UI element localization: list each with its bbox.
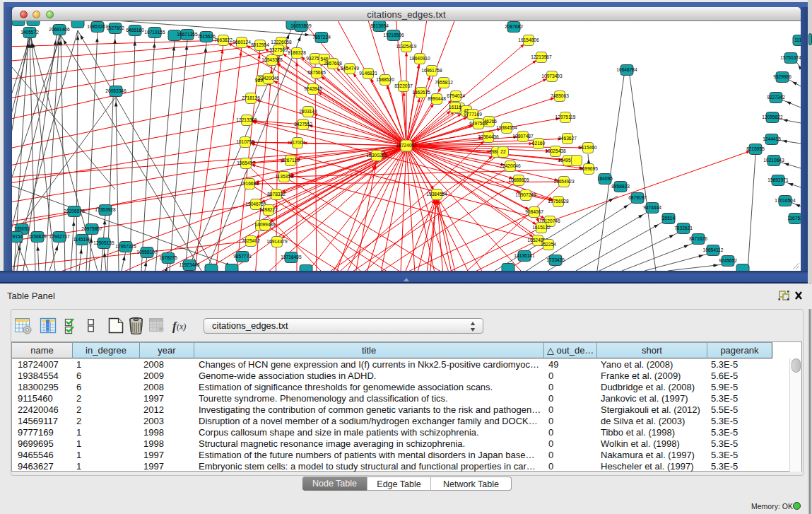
- svg-text:17957225: 17957225: [115, 244, 136, 249]
- svg-text:(x): (x): [177, 322, 186, 332]
- svg-text:1010755: 1010755: [236, 139, 254, 144]
- svg-text:39154: 39154: [12, 234, 23, 239]
- svg-text:16154806: 16154806: [518, 37, 539, 42]
- svg-text:15751074: 15751074: [780, 55, 801, 60]
- svg-text:1112: 1112: [794, 37, 801, 42]
- svg-text:9777169: 9777169: [464, 112, 482, 117]
- svg-text:7632621: 7632621: [674, 226, 693, 230]
- svg-text:20053346: 20053346: [105, 88, 126, 93]
- svg-text:16671355: 16671355: [177, 32, 198, 37]
- svg-text:14136141: 14136141: [514, 253, 535, 258]
- svg-text:7663822: 7663822: [214, 37, 233, 42]
- svg-text:1678275: 1678275: [159, 255, 177, 260]
- svg-text:19654923: 19654923: [553, 179, 575, 184]
- svg-text:7625402: 7625402: [242, 238, 260, 243]
- svg-text:6879197: 6879197: [628, 195, 647, 200]
- svg-text:252254: 252254: [541, 242, 556, 247]
- svg-text:12213369: 12213369: [236, 117, 257, 122]
- svg-text:1527602: 1527602: [106, 25, 124, 30]
- svg-text:9857771: 9857771: [233, 254, 252, 259]
- svg-text:9660124: 9660124: [233, 40, 251, 45]
- svg-text:10688609: 10688609: [508, 177, 529, 182]
- svg-text:8813054: 8813054: [370, 23, 389, 28]
- svg-text:9084067: 9084067: [525, 209, 543, 214]
- svg-text:22: 22: [500, 149, 506, 154]
- svg-text:7515526: 7515526: [197, 34, 216, 39]
- svg-text:17353928: 17353928: [95, 207, 116, 212]
- svg-text:6794024: 6794024: [447, 93, 465, 98]
- svg-text:1405572: 1405572: [20, 30, 39, 35]
- svg-text:10210643: 10210643: [763, 158, 784, 163]
- svg-text:2718126: 2718126: [242, 95, 260, 100]
- svg-text:17016504: 17016504: [775, 198, 796, 203]
- svg-text:7485063: 7485063: [551, 93, 569, 98]
- svg-text:1965492: 1965492: [237, 160, 255, 165]
- svg-text:16053809: 16053809: [290, 23, 312, 28]
- svg-text:2087682: 2087682: [505, 24, 523, 29]
- svg-text:9146821: 9146821: [359, 71, 377, 76]
- svg-text:1916682: 1916682: [240, 181, 259, 186]
- svg-text:9474444: 9474444: [643, 205, 661, 210]
- svg-text:10853267: 10853267: [87, 24, 108, 29]
- svg-text:335051: 335051: [14, 226, 30, 231]
- svg-text:7857224: 7857224: [312, 35, 331, 40]
- svg-text:10654112: 10654112: [703, 247, 724, 252]
- svg-text:1615132: 1615132: [532, 225, 551, 230]
- svg-text:1362615: 1362615: [412, 90, 430, 95]
- svg-text:6466160: 6466160: [126, 28, 144, 33]
- svg-text:18640910: 18640910: [409, 56, 430, 61]
- svg-text:10958107: 10958107: [136, 250, 158, 255]
- svg-text:20975867: 20975867: [81, 226, 102, 231]
- svg-text:5875685: 5875685: [307, 70, 326, 75]
- svg-text:9245652: 9245652: [719, 258, 737, 263]
- svg-text:9242845: 9242845: [304, 86, 322, 91]
- svg-text:19218506: 19218506: [383, 33, 404, 37]
- svg-text:12975115: 12975115: [555, 115, 576, 119]
- svg-text:16648784: 16648784: [616, 67, 637, 72]
- svg-text:23420046: 23420046: [258, 76, 279, 81]
- svg-text:1156829: 1156829: [28, 234, 47, 239]
- svg-text:8322037: 8322037: [394, 83, 413, 88]
- svg-text:8912954: 8912954: [251, 42, 269, 47]
- svg-text:8186328: 8186328: [288, 50, 306, 55]
- svg-text:10807487: 10807487: [512, 134, 534, 139]
- svg-text:15692971: 15692971: [767, 177, 789, 182]
- svg-text:22420046: 22420046: [500, 163, 521, 168]
- svg-text:5498222: 5498222: [259, 207, 278, 212]
- svg-text:11923446: 11923446: [180, 262, 200, 267]
- svg-text:12095822: 12095822: [762, 115, 783, 119]
- svg-text:18300295: 18300295: [366, 153, 387, 158]
- svg-text:8215955: 8215955: [746, 146, 765, 151]
- svg-text:8427552: 8427552: [294, 122, 312, 127]
- svg-text:12226058: 12226058: [271, 40, 292, 45]
- svg-text:1135359: 1135359: [275, 174, 293, 179]
- svg-text:7955812: 7955812: [435, 80, 453, 85]
- svg-text:1244415: 1244415: [763, 136, 781, 141]
- svg-text:2803144: 2803144: [299, 109, 317, 114]
- svg-text:1733426: 1733426: [546, 257, 565, 262]
- svg-text:12942737: 12942737: [49, 234, 70, 239]
- svg-text:3267110: 3267110: [281, 158, 300, 163]
- svg-text:8958923: 8958923: [611, 184, 630, 189]
- svg-text:9463627: 9463627: [558, 136, 577, 141]
- svg-text:16914479: 16914479: [266, 239, 288, 244]
- svg-text:12505135: 12505135: [93, 240, 114, 245]
- svg-text:19384554: 19384554: [496, 125, 517, 130]
- svg-text:19756928: 19756928: [548, 199, 569, 204]
- svg-text:6497508: 6497508: [469, 121, 488, 126]
- svg-text:35514: 35514: [662, 216, 676, 221]
- svg-text:116753: 116753: [787, 216, 801, 221]
- svg-text:11325419: 11325419: [396, 44, 417, 49]
- svg-text:8878332: 8878332: [267, 192, 286, 197]
- svg-text:20691406: 20691406: [49, 27, 70, 32]
- svg-text:15716485: 15716485: [281, 255, 302, 259]
- svg-text:20364436: 20364436: [478, 134, 499, 139]
- svg-text:9699695: 9699695: [579, 166, 598, 171]
- svg-text:9329966: 9329966: [773, 74, 792, 79]
- svg-text:16116: 16116: [449, 105, 461, 110]
- svg-text:16543382: 16543382: [261, 57, 283, 62]
- svg-text:1588520: 1588520: [376, 77, 394, 82]
- svg-text:8990448: 8990448: [428, 96, 446, 101]
- svg-text:317004: 317004: [290, 140, 305, 145]
- svg-text:20206575: 20206575: [64, 209, 85, 214]
